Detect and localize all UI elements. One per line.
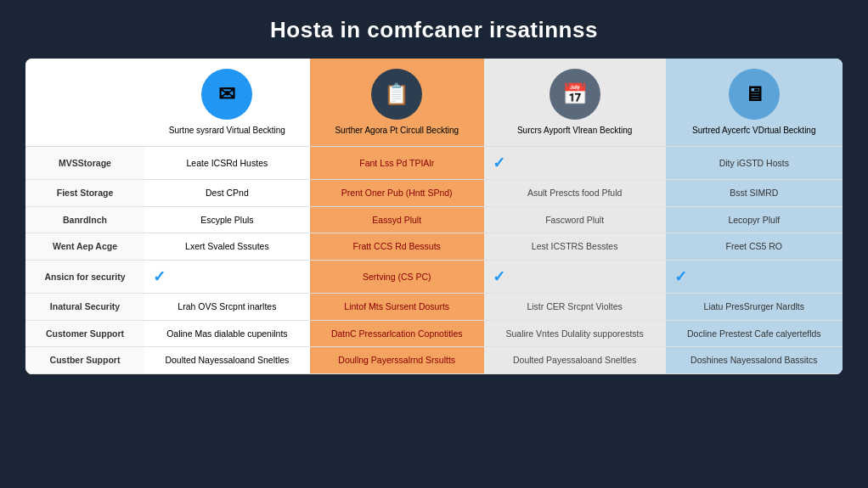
cell-text: Lrah OVS Srcpnt inarltes: [153, 300, 302, 313]
cell-text: Lecopyr Plulf: [674, 214, 834, 227]
comparison-table: ✉ Surtne sysrard Virtual Beckting 📋 Surt…: [25, 59, 843, 374]
cell-text: Doullng Payerssalrnd Srsultts: [318, 354, 476, 367]
table-row: Ansicn for security✓Sertving (CS PC)✓✓: [25, 261, 843, 294]
cell-text: Lest ICSTRS Besstes: [493, 240, 657, 253]
cell-0-col1: Leate ICSRd Hustes: [144, 147, 310, 180]
cell-text: Escyple Pluls: [153, 214, 302, 227]
col3-icon: 📅: [550, 69, 600, 120]
checkmark-icon: ✓: [153, 268, 166, 285]
cell-3-col1: Lxert Svaled Sssutes: [144, 233, 310, 261]
col4-icon: 🖥: [729, 69, 780, 120]
table-row: Custber SupportDoulted Nayessaloand Snel…: [25, 347, 843, 374]
cell-1-col4: Bsst SIMRD: [666, 180, 843, 207]
cell-4-feature: Ansicn for security: [25, 261, 144, 294]
cell-text: Freet CS5 RO: [674, 240, 834, 253]
cell-4-col4: ✓: [666, 261, 843, 294]
cell-text: Eassyd Plult: [318, 214, 476, 227]
cell-6-col3: Sualire Vntes Dulality supporeststs: [484, 320, 666, 347]
cell-6-feature: Customer Support: [25, 320, 144, 347]
table-row: Fiest StorageDest CPndPrent Oner Pub (Hn…: [25, 180, 843, 207]
cell-text: Oaline Mas dialable cupenilnts: [153, 328, 302, 340]
cell-text: Custber Support: [34, 354, 136, 367]
cell-2-col1: Escyple Pluls: [144, 206, 310, 233]
col2-icon: 📋: [371, 69, 422, 120]
page-title: Hosta in comfcaner irsatinnss: [270, 17, 598, 43]
cell-text: Customer Support: [34, 328, 136, 340]
cell-text: Fiest Storage: [34, 187, 136, 199]
checkmark-icon: ✓: [674, 268, 687, 285]
table-row: BanrdlnchEscyple PlulsEassyd PlultFascwo…: [25, 206, 843, 233]
cell-text: Ansicn for security: [34, 271, 136, 283]
table-row: Inatural SecurityLrah OVS Srcpnt inarlte…: [25, 294, 843, 321]
cell-text: Dity iGSTD Hosts: [674, 157, 834, 170]
cell-0-col3: ✓: [484, 147, 666, 180]
cell-6-col1: Oaline Mas dialable cupenilnts: [144, 320, 310, 347]
col1-header: ✉ Surtne sysrard Virtual Beckting: [144, 59, 310, 147]
cell-2-col2: Eassyd Plult: [310, 206, 484, 233]
checkmark-icon: ✓: [493, 154, 505, 171]
cell-text: Doulted Nayessaloand Sneltles: [153, 354, 302, 367]
cell-2-col3: Fascword Plult: [484, 206, 666, 233]
cell-2-col4: Lecopyr Plulf: [666, 206, 843, 233]
cell-text: MVSStorage: [34, 157, 136, 170]
checkmark-icon: ✓: [493, 268, 505, 285]
cell-text: Went Aep Acge: [34, 240, 136, 253]
col-feature-header: [25, 59, 144, 147]
cell-text: Lxert Svaled Sssutes: [153, 240, 302, 253]
cell-3-col4: Freet CS5 RO: [666, 233, 843, 261]
cell-6-col2: DatnC Pressarlcation Copnotitles: [310, 320, 484, 347]
cell-7-col1: Doulted Nayessaloand Sneltles: [144, 347, 310, 374]
cell-text: Doshines Nayessalond Bassitcs: [674, 354, 834, 367]
cell-3-col2: Fratt CCS Rd Bessuts: [310, 233, 484, 261]
cell-5-feature: Inatural Security: [25, 294, 144, 321]
cell-7-col4: Doshines Nayessalond Bassitcs: [666, 347, 843, 374]
cell-text: Banrdlnch: [34, 214, 136, 227]
table-row: Went Aep AcgeLxert Svaled SssutesFratt C…: [25, 233, 843, 261]
table-row: Customer SupportOaline Mas dialable cupe…: [25, 320, 843, 347]
col4-header: 🖥 Surtred Aycerfc VDrtual Beckting: [666, 59, 843, 147]
cell-text: Fratt CCS Rd Bessuts: [318, 240, 476, 253]
cell-5-col3: Listr CER Srcpnt Violtes: [484, 294, 666, 321]
cell-2-feature: Banrdlnch: [25, 206, 144, 233]
cell-3-feature: Went Aep Acge: [25, 233, 144, 261]
cell-text: Doulted Payessaloand Sneltles: [493, 354, 657, 367]
cell-text: DatnC Pressarlcation Copnotitles: [318, 328, 476, 340]
cell-5-col2: Lintof Mts Sursent Dosurts: [310, 294, 484, 321]
table-row: MVSStorageLeate ICSRd HustesFant Lss Pd …: [25, 147, 843, 180]
cell-text: Fant Lss Pd TPIAlr: [318, 157, 476, 170]
cell-0-col2: Fant Lss Pd TPIAlr: [310, 147, 484, 180]
cell-1-col2: Prent Oner Pub (Hntt SPnd): [310, 180, 484, 207]
cell-0-feature: MVSStorage: [25, 147, 144, 180]
cell-1-col3: Asult Prescts food Pfuld: [484, 180, 666, 207]
cell-text: Fascword Plult: [493, 214, 657, 227]
cell-5-col1: Lrah OVS Srcpnt inarltes: [144, 294, 310, 321]
cell-3-col3: Lest ICSTRS Besstes: [484, 233, 666, 261]
col2-header: 📋 Surther Agora Pt Circull Beckting: [310, 59, 484, 147]
cell-6-col4: Docline Prestest Cafe calyerteflds: [666, 320, 843, 347]
col1-icon: ✉: [201, 69, 252, 120]
cell-4-col2: Sertving (CS PC): [310, 261, 484, 294]
cell-text: Asult Prescts food Pfuld: [493, 187, 657, 199]
cell-7-col3: Doulted Payessaloand Sneltles: [484, 347, 666, 374]
cell-text: Prent Oner Pub (Hntt SPnd): [318, 187, 476, 199]
cell-text: Sertving (CS PC): [318, 271, 476, 283]
cell-7-feature: Custber Support: [25, 347, 144, 374]
cell-text: Inatural Security: [34, 300, 136, 313]
cell-5-col4: Liatu PresSrurger Nardlts: [666, 294, 843, 321]
cell-text: Leate ICSRd Hustes: [153, 157, 302, 170]
cell-text: Lintof Mts Sursent Dosurts: [318, 300, 476, 313]
cell-7-col2: Doullng Payerssalrnd Srsultts: [310, 347, 484, 374]
cell-4-col1: ✓: [144, 261, 310, 294]
cell-text: Listr CER Srcpnt Violtes: [493, 300, 657, 313]
cell-text: Liatu PresSrurger Nardlts: [674, 300, 834, 313]
cell-1-col1: Dest CPnd: [144, 180, 310, 207]
cell-0-col4: Dity iGSTD Hosts: [666, 147, 843, 180]
cell-text: Sualire Vntes Dulality supporeststs: [493, 328, 657, 340]
cell-1-feature: Fiest Storage: [25, 180, 144, 207]
cell-text: Bsst SIMRD: [674, 187, 834, 199]
col3-header: 📅 Surcrs Ayporft Vlrean Beckting: [484, 59, 666, 147]
cell-4-col3: ✓: [484, 261, 666, 294]
cell-text: Docline Prestest Cafe calyerteflds: [674, 328, 834, 340]
cell-text: Dest CPnd: [153, 187, 302, 199]
